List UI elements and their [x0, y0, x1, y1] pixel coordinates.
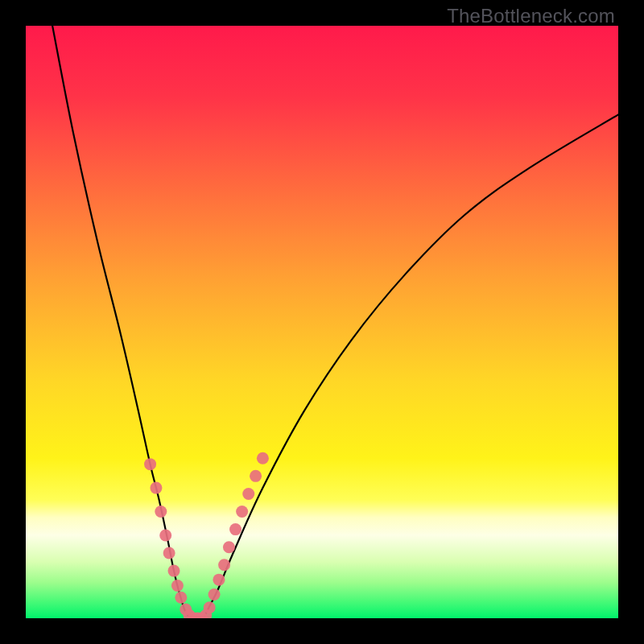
curves-layer [26, 26, 618, 618]
marker-point [144, 458, 156, 470]
left-curve [52, 26, 192, 618]
marker-point [250, 470, 262, 482]
chart-container: TheBottleneck.com [0, 0, 644, 644]
plot-area [26, 26, 618, 618]
marker-point [159, 529, 171, 541]
watermark-text: TheBottleneck.com [447, 5, 615, 27]
marker-point [168, 565, 180, 577]
marker-point [175, 592, 187, 604]
marker-point [155, 506, 167, 518]
marker-point [163, 547, 175, 559]
marker-point [208, 588, 221, 601]
marker-point [242, 488, 254, 500]
marker-point [213, 574, 225, 586]
marker-point [257, 452, 269, 464]
marker-point [236, 506, 248, 518]
right-curve [204, 114, 618, 618]
marker-point [150, 482, 162, 494]
marker-point [223, 541, 235, 553]
marker-point [229, 523, 242, 535]
marker-point [171, 580, 184, 592]
marker-point [218, 559, 230, 571]
marker-point [204, 601, 216, 613]
highlight-markers [144, 452, 269, 618]
